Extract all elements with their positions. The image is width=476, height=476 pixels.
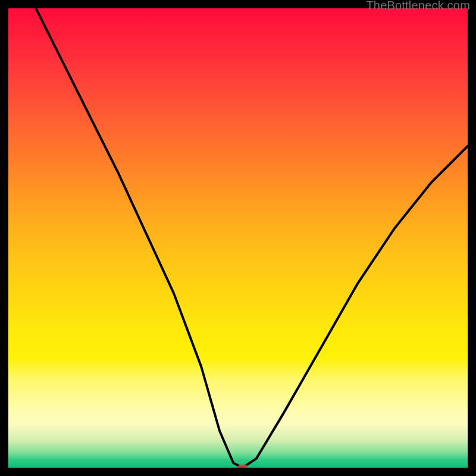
watermark-text: TheBottleneck.com [366, 0, 470, 12]
plot-area [8, 8, 468, 468]
optimal-point-marker [237, 465, 248, 468]
chart-frame: TheBottleneck.com [0, 0, 476, 476]
bottleneck-curve [8, 8, 468, 468]
